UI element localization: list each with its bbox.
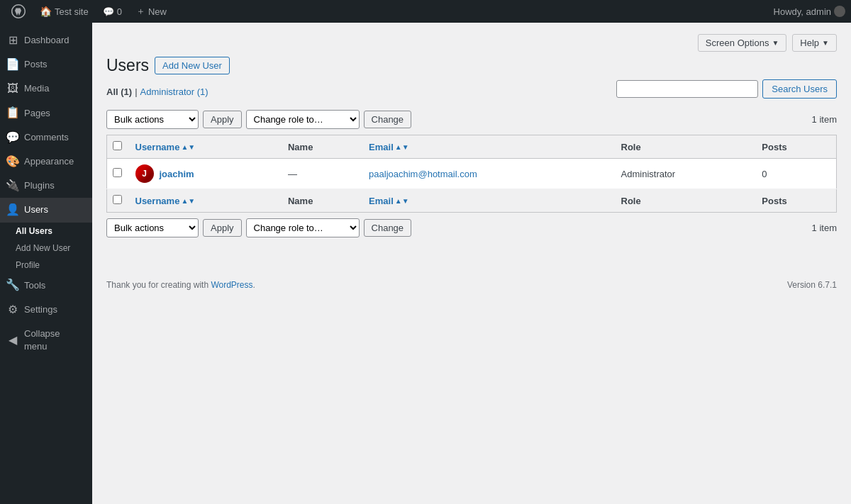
wordpress-link[interactable]: WordPress [211, 280, 252, 290]
avatar-cell: joachim [135, 164, 274, 183]
sidebar-item-posts[interactable]: 📄 Posts [0, 52, 92, 77]
footer-period: . [253, 280, 255, 290]
filter-all-link[interactable]: All (1) [106, 86, 132, 97]
row-checkbox-cell [107, 159, 128, 189]
submenu-add-new-user[interactable]: Add New User [0, 240, 92, 257]
role-col-label: Role [621, 142, 641, 152]
sidebar-item-label-appearance: Appearance [24, 155, 74, 168]
sidebar-item-comments[interactable]: 💬 Comments [0, 125, 92, 150]
new-item[interactable]: ＋ New [130, 5, 172, 18]
username-sort-icon: ▲▼ [181, 143, 195, 151]
table-header-row: Username ▲▼ Name Email ▲▼ [107, 135, 837, 159]
main-wrap: ⊞ Dashboard 📄 Posts 🖼 Media 📋 Pages 💬 Co… [0, 23, 851, 504]
row-posts-cell: 0 [755, 159, 836, 189]
sidebar-item-dashboard[interactable]: ⊞ Dashboard [0, 28, 92, 52]
tablenav-top-right: 1 item [812, 114, 837, 125]
settings-icon: ⚙ [7, 304, 18, 315]
sidebar-item-label-users: Users [24, 203, 48, 216]
tfoot-username: Username ▲▼ [128, 189, 281, 213]
comments-icon: 💬 [103, 6, 114, 17]
username-link[interactable]: joachim [160, 169, 194, 179]
username-sort-link[interactable]: Username ▲▼ [135, 142, 274, 152]
change-button-bottom[interactable]: Change [364, 219, 412, 237]
th-posts: Posts [755, 135, 836, 159]
bulk-actions-select-bottom[interactable]: Bulk actions Delete [106, 218, 199, 237]
tablenav-bottom-left: Bulk actions Delete Apply Change role to… [106, 218, 411, 237]
comments-item[interactable]: 💬 0 [97, 6, 128, 17]
username-sort-link-foot[interactable]: Username ▲▼ [135, 196, 274, 206]
profile-label: Profile [16, 260, 40, 270]
sidebar-item-appearance[interactable]: 🎨 Appearance [0, 150, 92, 174]
table-footer-row: Username ▲▼ Name Email ▲▼ [107, 189, 837, 213]
sidebar-item-label-plugins: Plugins [24, 179, 55, 192]
adminbar-site-icon: 🏠 [40, 6, 52, 17]
th-role: Role [614, 135, 755, 159]
avatar[interactable] [834, 6, 845, 17]
help-button[interactable]: Help ▼ [792, 34, 837, 52]
role-col-label-foot: Role [621, 196, 641, 206]
row-checkbox[interactable] [113, 168, 122, 177]
th-username: Username ▲▼ [128, 135, 281, 159]
tools-icon: 🔧 [7, 280, 18, 291]
adminbar-site-name: Test site [55, 6, 89, 17]
filter-administrator-label: Administrator [140, 86, 195, 97]
adminbar-left: 🏠 Test site 💬 0 ＋ New [6, 4, 172, 18]
sidebar-item-label-tools: Tools [24, 279, 45, 292]
sidebar-item-pages[interactable]: 📋 Pages [0, 101, 92, 125]
bulk-actions-select-top[interactable]: Bulk actions Delete [106, 110, 199, 129]
search-input[interactable] [616, 80, 758, 98]
submenu-profile[interactable]: Profile [0, 257, 92, 274]
change-role-select-bottom[interactable]: Change role to… Subscriber Contributor A… [246, 218, 360, 237]
sidebar-item-settings[interactable]: ⚙ Settings [0, 298, 92, 322]
email-link[interactable]: paaljoachim@hotmail.com [369, 169, 477, 179]
comments-count: 0 [117, 6, 122, 17]
select-all-checkbox-bottom[interactable] [113, 195, 122, 204]
search-users-form: Search Users [616, 79, 837, 99]
add-new-user-label: Add New User [16, 243, 70, 253]
apply-button-top[interactable]: Apply [203, 111, 242, 128]
submenu-all-users[interactable]: All Users [0, 223, 92, 240]
sidebar-item-collapse[interactable]: ◀ Collapse menu [0, 322, 92, 359]
search-users-button[interactable]: Search Users [762, 79, 837, 99]
add-new-user-button[interactable]: Add New User [155, 57, 230, 74]
change-role-select-top[interactable]: Change role to… Subscriber Contributor A… [246, 110, 360, 129]
email-sort-link[interactable]: Email ▲▼ [369, 142, 606, 152]
sidebar-item-label-dashboard: Dashboard [24, 34, 69, 47]
th-checkbox [107, 135, 128, 159]
collapse-icon: ◀ [7, 335, 18, 346]
sidebar-item-label-comments: Comments [24, 131, 69, 144]
items-count-top: 1 item [812, 114, 837, 125]
tablenav-bottom: Bulk actions Delete Apply Change role to… [106, 218, 837, 237]
sidebar-item-media[interactable]: 🖼 Media [0, 77, 92, 101]
sidebar-item-plugins[interactable]: 🔌 Plugins [0, 174, 92, 198]
screen-options-button[interactable]: Screen Options ▼ [698, 34, 787, 52]
apply-button-bottom[interactable]: Apply [203, 219, 242, 237]
sidebar-item-tools[interactable]: 🔧 Tools [0, 274, 92, 298]
row-email-cell: paaljoachim@hotmail.com [362, 159, 613, 189]
user-avatar [135, 164, 154, 183]
site-name-item[interactable]: 🏠 Test site [34, 6, 94, 17]
tfoot-checkbox [107, 189, 128, 213]
tablenav-bottom-right: 1 item [812, 223, 837, 233]
screen-options-arrow-icon: ▼ [772, 39, 779, 47]
tablenav-top: Bulk actions Delete Apply Change role to… [106, 110, 837, 129]
name-col-label: Name [288, 142, 313, 152]
sidebar-item-users[interactable]: 👤 Users [0, 198, 92, 222]
new-label: New [148, 6, 167, 17]
sidebar-item-label-media: Media [24, 82, 49, 95]
footer-thank-you-text: Thank you for creating with [106, 280, 211, 290]
select-all-checkbox-top[interactable] [113, 141, 122, 150]
pages-icon: 📋 [7, 108, 18, 119]
email-sort-link-foot[interactable]: Email ▲▼ [369, 196, 606, 206]
table-body: joachim — paaljoachim@hotmail.com Admini… [107, 159, 837, 189]
dashboard-icon: ⊞ [7, 35, 18, 46]
change-button-top[interactable]: Change [364, 111, 412, 128]
filter-administrator-link[interactable]: Administrator (1) [140, 86, 208, 97]
table-foot: Username ▲▼ Name Email ▲▼ [107, 189, 837, 213]
username-col-label-foot: Username [135, 196, 180, 206]
help-label: Help [800, 38, 819, 48]
wp-logo-item[interactable] [6, 4, 31, 18]
filter-links: All (1) | Administrator (1) [106, 86, 208, 97]
footer: Thank you for creating with WordPress. V… [92, 271, 851, 298]
posts-col-label-foot: Posts [762, 196, 786, 206]
